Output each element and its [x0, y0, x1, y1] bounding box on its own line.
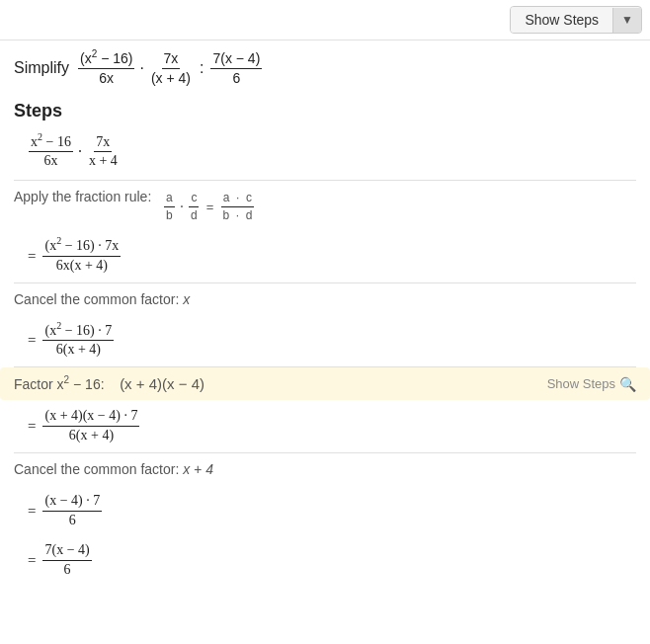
- apply-rule-label: Apply the fraction rule: a b · c d = a ·…: [14, 189, 636, 222]
- step4-eq: = (x − 4) · 7 6: [0, 489, 650, 537]
- step3-frac-num: (x + 4)(x − 4) · 7: [42, 408, 139, 427]
- rule-frac1: a b: [164, 191, 175, 222]
- step4-frac: (x − 4) · 7 6: [42, 493, 102, 529]
- show-steps-button[interactable]: Show Steps ▼: [510, 6, 642, 34]
- factor-result: (x + 4)(x − 4): [120, 375, 204, 392]
- top-bar: Show Steps ▼: [0, 0, 650, 40]
- step1-frac-den: 6x(x + 4): [54, 257, 110, 275]
- simplify-header: Simplify (x2 − 16) 6x · 7x (x + 4) : 7(x…: [0, 40, 650, 95]
- colon-separator: :: [200, 59, 203, 77]
- cancel-x-label: Cancel the common factor: x: [14, 291, 636, 307]
- step5-expression: = 7(x − 4) 6: [28, 542, 93, 579]
- step3-frac-den: 6(x + 4): [67, 427, 116, 444]
- step0-frac2-num: 7x: [94, 134, 112, 153]
- rule-formula: a b · c d = a · c b · d: [163, 191, 255, 222]
- frac3-num: 7(x − 4): [210, 50, 262, 69]
- step1-frac-num: (x2 − 16) · 7x: [42, 238, 121, 257]
- step5-frac: 7(x − 4) 6: [42, 542, 91, 579]
- rule-frac2: c d: [189, 191, 200, 222]
- factor-show-steps-button[interactable]: Show Steps 🔍: [547, 376, 636, 392]
- step3-eq: = (x + 4)(x − 4) · 7 6(x + 4): [0, 400, 650, 452]
- frac2-num: 7x: [162, 50, 181, 69]
- frac1-num: (x2 − 16): [78, 50, 134, 69]
- step0-dot: ·: [78, 143, 82, 161]
- main-expression: (x2 − 16) 6x · 7x (x + 4) : 7(x − 4) 6: [77, 50, 263, 87]
- frac1: (x2 − 16) 6x: [78, 50, 134, 87]
- dot1: ·: [139, 59, 143, 77]
- simplify-label: Simplify: [14, 59, 69, 77]
- step2-eq: = (x2 − 16) · 7 6(x + 4): [0, 319, 650, 367]
- rule-frac3: a · c b · d: [220, 191, 254, 222]
- step0-frac2-den: x + 4: [87, 152, 120, 170]
- step0-frac1-den: 6x: [41, 152, 59, 170]
- step2-frac: (x2 − 16) · 7 6(x + 4): [42, 323, 114, 360]
- expr-step0: x2 − 16 6x · 7x x + 4: [28, 134, 121, 171]
- step1-eq: = (x2 − 16) · 7x 6x(x + 4): [0, 234, 650, 282]
- step0-frac2: 7x x + 4: [87, 134, 120, 171]
- initial-expression: x2 − 16 6x · 7x x + 4: [0, 129, 650, 181]
- step4-frac-num: (x − 4) · 7: [42, 493, 102, 512]
- step5-frac-den: 6: [62, 561, 73, 579]
- step2-expression: = (x2 − 16) · 7 6(x + 4): [28, 323, 115, 360]
- step3-expression: = (x + 4)(x − 4) · 7 6(x + 4): [28, 408, 140, 444]
- step0-frac1-num: x2 − 16: [29, 134, 73, 153]
- frac3-den: 6: [230, 69, 242, 87]
- cancel-xplus4-label: Cancel the common factor: x + 4: [14, 461, 636, 477]
- step3-frac: (x + 4)(x − 4) · 7 6(x + 4): [42, 408, 139, 444]
- step2-frac-num: (x2 − 16) · 7: [42, 323, 114, 342]
- step4-expression: = (x − 4) · 7 6: [28, 493, 103, 529]
- show-steps-label: Show Steps: [511, 7, 612, 33]
- step-cancel-x: Cancel the common factor: x: [0, 283, 650, 319]
- frac1-den: 6x: [97, 69, 116, 87]
- step1-expression: = (x2 − 16) · 7x 6x(x + 4): [28, 238, 122, 275]
- frac2-den: (x + 4): [149, 69, 193, 87]
- step1-frac: (x2 − 16) · 7x 6x(x + 4): [42, 238, 121, 275]
- factor-highlight-section: Factor x2 − 16: (x + 4)(x − 4) Show Step…: [0, 367, 650, 400]
- show-steps-arrow-icon: ▼: [612, 8, 641, 33]
- frac2: 7x (x + 4): [149, 50, 193, 87]
- step5-frac-num: 7(x − 4): [42, 542, 91, 561]
- search-icon: 🔍: [619, 376, 636, 392]
- factor-show-steps-label: Show Steps: [547, 376, 615, 391]
- frac3: 7(x − 4) 6: [210, 50, 262, 87]
- factor-label: Factor x2 − 16: (x + 4)(x − 4): [14, 375, 204, 392]
- steps-title: Steps: [0, 95, 650, 129]
- step5-eq: = 7(x − 4) 6: [0, 536, 650, 587]
- step0-frac1: x2 − 16 6x: [29, 134, 73, 171]
- step-apply-rule: Apply the fraction rule: a b · c d = a ·…: [0, 181, 650, 234]
- step4-frac-den: 6: [67, 512, 78, 529]
- step2-frac-den: 6(x + 4): [54, 341, 103, 359]
- step-cancel-xplus4: Cancel the common factor: x + 4: [0, 453, 650, 489]
